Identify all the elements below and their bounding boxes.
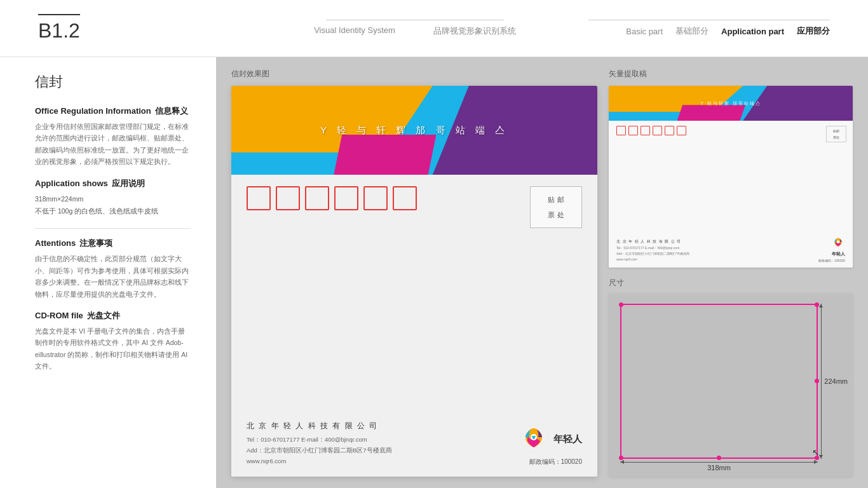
envelope-mockup: Y 轻 与 轩 辉 邡 哥 站 端 亼 (231, 86, 597, 477)
sidebar: 信封 Office Regulation Information 信息释义 企业… (0, 57, 216, 488)
arrow-down (819, 455, 823, 459)
postal-box-1 (247, 186, 271, 210)
system-name-cn: 品牌视觉形象识别系统 (433, 25, 516, 37)
envelope-label: 信封效果图 (231, 69, 597, 79)
nav-basic-en: Basic part (626, 27, 663, 36)
postal-box-4 (334, 186, 358, 210)
venv-pink (677, 105, 746, 121)
size-section: 尺寸 (609, 278, 853, 477)
dot-bc (717, 456, 721, 460)
v-box2 (628, 126, 638, 135)
v-postal: 邮政编码：100020 (818, 259, 845, 262)
cdrom-block: CD-ROM file 光盘文件 光盘文件是本 VI 手册电子文件的集合，内含手… (35, 310, 191, 372)
v-company-web: www.nqr6.com (616, 257, 689, 262)
nav-application-cn: 应用部分 (797, 25, 830, 37)
v-box5 (665, 126, 674, 135)
section-title: 信封 (35, 72, 191, 92)
envelope-footer: 北 京 年 轻 人 科 技 有 限 公 司 Tel：010-67017177 E… (247, 421, 582, 466)
office-reg-title-cn: 信息释义 (155, 105, 188, 117)
v-logo-text: 年轻人 (832, 251, 845, 257)
cdrom-text: 光盘文件是本 VI 手册电子文件的集合，内含手册制作时的专用软件格式文件，其中 … (35, 325, 191, 372)
office-regulation-block: Office Regulation Information 信息释义 企业专用信… (35, 105, 191, 168)
cdrom-title-cn: 光盘文件 (87, 310, 120, 322)
company-tel: Tel：010-67017177 E-mail：400@bjnqr.com (247, 434, 392, 445)
vector-label: 矢量提取稿 (609, 69, 853, 79)
envelope-top-text: Y 轻 与 轩 辉 邡 哥 站 端 亼 (320, 125, 508, 137)
v-company-name: 北 京 年 轻 人 科 技 有 限 公 司 (616, 240, 689, 244)
header-nav: Basic part 基础部分 Application part 应用部分 (588, 20, 830, 37)
application-title-en: Application shows (35, 179, 108, 188)
cursor-icon: ↖ (812, 447, 820, 458)
v-footer: 北 京 年 轻 人 科 技 有 限 公 司 Tel：010-67017177 E… (616, 236, 845, 262)
v-box1 (616, 126, 626, 135)
size-label: 尺寸 (609, 278, 853, 288)
company-info: 北 京 年 轻 人 科 技 有 限 公 司 Tel：010-67017177 E… (247, 421, 392, 466)
company-logo-icon (518, 423, 550, 455)
nav-application-en: Application part (721, 27, 784, 36)
header-right-line (588, 20, 830, 20)
right-panels: 矢量提取稿 Y 轻与轩辉 邡哥站端亼 (609, 69, 853, 477)
vector-env-top: Y 轻与轩辉 邡哥站端亼 (609, 86, 853, 121)
width-measure: 318mm (620, 462, 818, 471)
application-material: 不低于 100g 的白色纸、浅色纸或牛皮纸 (35, 205, 191, 218)
arrow-left (620, 460, 624, 464)
height-label: 224mm (824, 377, 848, 385)
size-rectangle (620, 304, 818, 459)
company-name: 北 京 年 轻 人 科 技 有 限 公 司 (247, 421, 392, 431)
page-number-section: B1.2 (38, 14, 241, 43)
postal-code: 邮政编码：100020 (529, 458, 582, 466)
v-box3 (641, 126, 650, 135)
width-label: 318mm (707, 464, 731, 471)
attentions-text: 由于信息的不确定性，此页部分规范（如文字大小、间距等）可作为参考使用，具体可根据… (35, 253, 191, 300)
v-company: 北 京 年 轻 人 科 技 有 限 公 司 Tel：010-67017177 E… (616, 240, 689, 262)
postal-box-3 (305, 186, 329, 210)
dot-mr (815, 379, 819, 383)
env-pink-shape (334, 135, 436, 175)
height-measure: 224mm (821, 304, 848, 459)
v-logo-icon (831, 236, 845, 250)
v-box6 (677, 126, 686, 135)
header-center: Visual Identity System 品牌视觉形象识别系统 (241, 20, 588, 37)
attentions-block: Attentions 注意事项 由于信息的不确定性，此页部分规范（如文字大小、间… (35, 238, 191, 300)
envelope-top: Y 轻 与 轩 辉 邡 哥 站 端 亼 (231, 86, 597, 175)
v-stamp2: 票处 (828, 134, 844, 140)
application-title-cn: 应用说明 (112, 178, 145, 189)
office-reg-text: 企业专用信封依照国家邮政管理部门规定，在标准允许的范围内进行设计，邮政编码框、贴… (35, 121, 191, 168)
application-block: Application shows 应用说明 318mm×224mm 不低于 1… (35, 178, 191, 219)
postal-box-5 (363, 186, 388, 210)
arrow-right (814, 460, 818, 464)
header-labels: Visual Identity System 品牌视觉形象识别系统 (314, 25, 516, 37)
venv-text: Y 轻与轩辉 邡哥站端亼 (700, 100, 761, 107)
logo-group: 年轻人 (518, 423, 582, 455)
company-address: Add：北京市朝阳区小红门博客园二期B区7号楼底商 (247, 445, 392, 456)
v-stamp1: 贴邮 (828, 128, 844, 134)
header-divider-line (326, 20, 504, 20)
vector-body: 贴邮 票处 北 京 年 轻 人 科 技 有 限 公 司 Tel：010-6701… (609, 121, 853, 268)
company-website: www.nqr6.com (247, 456, 392, 466)
vector-preview: Y 轻与轩辉 邡哥站端亼 (609, 86, 853, 268)
nav-links: Basic part 基础部分 Application part 应用部分 (626, 25, 830, 37)
content-area: 信封效果图 Y 轻 与 轩 辉 邡 哥 站 端 亼 (216, 57, 868, 488)
v-stamp: 贴邮 票处 (826, 126, 846, 142)
stamp-line1: 贴 邮 (533, 192, 579, 207)
nav-basic-cn: 基础部分 (675, 25, 709, 37)
dot-bl (619, 456, 623, 460)
dot-tl (619, 302, 623, 307)
v-company-addr: Add：北京市朝阳区小红门博客园二期B区7号楼底商 (616, 251, 689, 257)
application-size: 318mm×224mm (35, 193, 191, 206)
office-reg-title-en: Office Regulation Information (35, 106, 151, 116)
v-box4 (653, 126, 662, 135)
v-logo: 年轻人 邮政编码：100020 (818, 236, 845, 262)
system-name-en: Visual Identity System (314, 25, 395, 37)
v-company-tel: Tel：010-67017177 E-mail：400@bjnqr.com (616, 245, 689, 251)
attentions-title-cn: 注意事项 (79, 238, 112, 249)
size-diagram: 318mm 224mm ↖ (609, 294, 853, 477)
envelope-body: 贴 邮 票 处 北 京 年 轻 人 科 技 有 限 公 司 Tel：010-67… (231, 175, 597, 477)
attentions-title-en: Attentions (35, 238, 76, 248)
cdrom-title-en: CD-ROM file (35, 311, 83, 320)
stamp-line2: 票 处 (533, 207, 579, 222)
logo-area: 年轻人 邮政编码：100020 (518, 423, 582, 466)
envelope-section: 信封效果图 Y 轻 与 轩 辉 邡 哥 站 端 亼 (231, 69, 597, 477)
dot-tr (815, 302, 819, 307)
arrow-up (819, 304, 823, 308)
